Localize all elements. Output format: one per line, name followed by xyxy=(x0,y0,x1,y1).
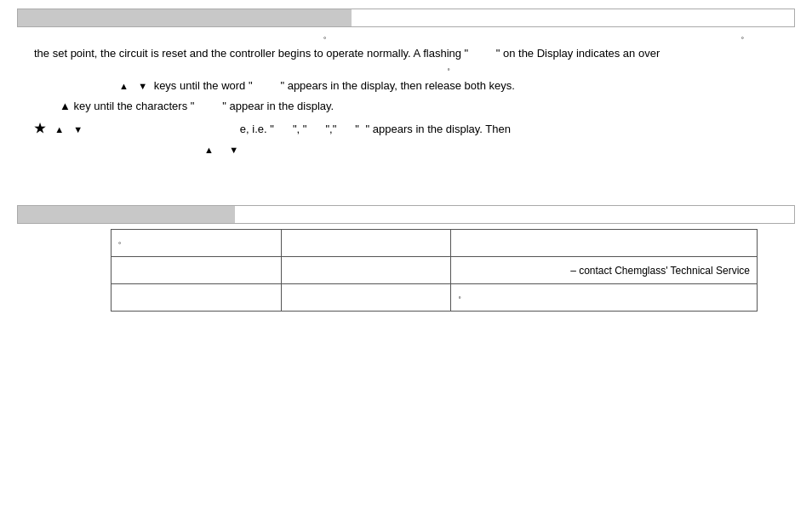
instruction3-suffix: " appears in the display. Then xyxy=(366,120,511,139)
table-cell-3-2 xyxy=(281,284,451,312)
arrow-down-2: ▼ xyxy=(73,122,83,138)
progress-bar-2-fill xyxy=(18,206,235,223)
dot-top-center: ° xyxy=(323,36,326,43)
page-container: ° ° the set point, the circuit is reset … xyxy=(0,0,812,526)
instruction-block: ▲ ▼ keys until the word " " appears in t… xyxy=(0,77,812,160)
dot-top-right: ° xyxy=(741,36,744,43)
arrow-up-1: ▲ xyxy=(119,78,129,94)
keys-until-word-text: keys until the word " xyxy=(154,77,253,95)
instruction2-suffix: " appear in the display. xyxy=(222,97,334,116)
table-section: ° – contact Chemglass' Technical Service… xyxy=(111,229,786,312)
table-cell-3-3: ° xyxy=(451,284,758,312)
arrow-down-3: ▼ xyxy=(229,142,238,158)
instruction3-vals2: "," xyxy=(325,120,336,139)
progress-bar-1 xyxy=(17,9,795,27)
arrow-up-3: ▲ xyxy=(204,142,214,158)
dot-middle: ° xyxy=(447,67,449,75)
data-table: ° – contact Chemglass' Technical Service… xyxy=(111,229,758,312)
instruction2-text: ▲ key until the characters " xyxy=(60,97,194,116)
table-row: ° xyxy=(112,284,758,312)
instruction-line-2: ▲ key until the characters " " appear in… xyxy=(34,97,778,116)
table-row: – contact Chemglass' Technical Service xyxy=(112,257,758,284)
table-cell-2-2 xyxy=(281,257,451,284)
instruction-line-4: ▲ ▼ xyxy=(34,140,778,159)
instruction1-suffix: " appears in the display, then release b… xyxy=(280,77,514,95)
table-cell-2-1 xyxy=(112,257,282,284)
instruction-line-3: ★ ▲ ▼ e, i.e. " ", " "," " " appears in xyxy=(34,117,778,140)
progress-bar-1-fill xyxy=(18,9,352,26)
table-cell-3-1 xyxy=(112,284,282,312)
arrow-down-1: ▼ xyxy=(138,78,147,94)
table-cell-2-3: – contact Chemglass' Technical Service xyxy=(451,257,758,284)
instruction-line-1: ▲ ▼ keys until the word " " appears in t… xyxy=(34,77,778,95)
instruction3-vals3: " xyxy=(355,120,359,139)
instruction3-text: e, i.e. " xyxy=(240,120,274,139)
text-line-1: the set point, the circuit is reset and … xyxy=(0,45,812,62)
table-row: ° xyxy=(112,230,758,257)
arrow-up-2: ▲ xyxy=(54,122,64,138)
instruction3-vals: ", " xyxy=(293,120,306,139)
table-cell-1-2 xyxy=(281,230,451,257)
star-icon: ★ xyxy=(34,117,45,140)
progress-bar-2 xyxy=(17,205,795,224)
table-cell-1-1: ° xyxy=(112,230,282,257)
table-cell-1-3 xyxy=(451,230,758,257)
